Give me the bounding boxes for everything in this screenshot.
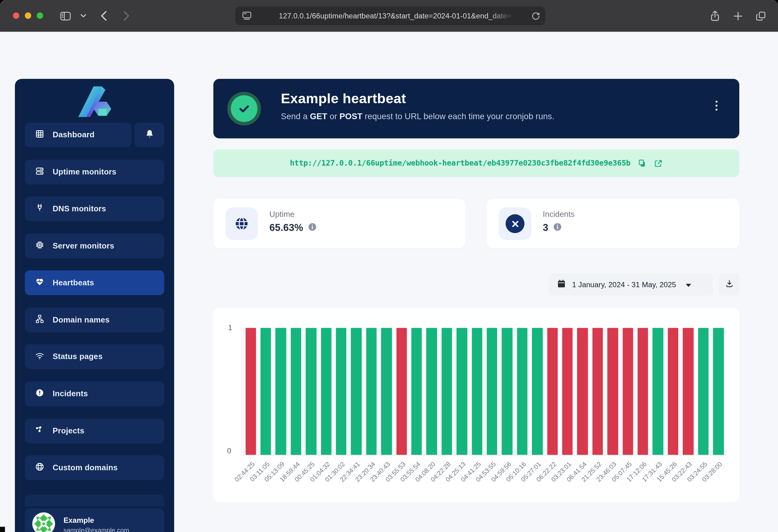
chart-bar[interactable] xyxy=(291,328,301,455)
chart-bar[interactable] xyxy=(698,328,709,455)
reload-button[interactable] xyxy=(531,11,540,20)
notifications-button[interactable] xyxy=(135,122,164,148)
new-tab-button[interactable] xyxy=(729,0,746,32)
open-external-button[interactable] xyxy=(653,159,663,168)
x-circle-stat-icon xyxy=(499,207,532,240)
sidebar-item-status-pages[interactable]: Status pages xyxy=(25,344,164,369)
chart-bar[interactable] xyxy=(366,328,377,455)
sidebar-item-dns-monitors[interactable]: DNS monitors xyxy=(25,196,164,221)
sidebar-item-domain-names[interactable]: Domain names xyxy=(25,307,164,332)
chart-bar[interactable] xyxy=(260,328,271,455)
sidebar-item-heartbeats[interactable]: Heartbeats xyxy=(25,270,164,295)
chart-bar[interactable] xyxy=(321,328,331,455)
info-icon[interactable] xyxy=(308,223,316,233)
chart-bar[interactable] xyxy=(653,328,664,455)
page-background: Dashboard Uptime monitors DNS monitors xyxy=(0,32,778,532)
uptime-label: Uptime xyxy=(269,210,295,219)
chart-bar[interactable] xyxy=(487,328,497,455)
y-axis-line xyxy=(241,328,242,455)
browser-window: 127.0.0.1/66uptime/heartbeat/13?&start_d… xyxy=(0,0,778,532)
sidebar-item-server-monitors[interactable]: Server monitors xyxy=(25,234,164,259)
chart-bar[interactable] xyxy=(683,328,694,455)
heart-pulse-icon xyxy=(35,277,45,289)
plus-icon xyxy=(733,11,743,21)
browser-toolbar: 127.0.0.1/66uptime/heartbeat/13?&start_d… xyxy=(0,0,778,32)
zoom-window-button[interactable] xyxy=(36,12,43,19)
globe-stat-icon xyxy=(225,207,258,240)
chart-bar[interactable] xyxy=(547,328,558,455)
user-menu[interactable]: Example sample@example.com xyxy=(25,508,164,532)
chart-bar[interactable] xyxy=(668,328,679,455)
y-axis-tick-min: 0 xyxy=(216,446,231,455)
incidents-stat-card: Incidents 3 xyxy=(487,199,739,249)
window-controls xyxy=(13,12,43,19)
chart-bar[interactable] xyxy=(442,328,452,455)
chart-bar[interactable] xyxy=(306,328,316,455)
chart-bar[interactable] xyxy=(517,328,528,455)
webhook-url[interactable]: http://127.0.0.1/66uptime/webhook-heartb… xyxy=(290,159,630,168)
sidebar-item-projects[interactable]: Projects xyxy=(25,419,164,444)
sidebar-item-partial[interactable] xyxy=(25,495,164,507)
check-icon xyxy=(231,95,257,122)
chart-bar[interactable] xyxy=(396,328,407,455)
uptime-value: 65.63% xyxy=(269,222,303,234)
sidebar-item-label: Uptime monitors xyxy=(53,168,116,177)
info-icon[interactable] xyxy=(553,223,562,233)
sidebar-item-label: Incidents xyxy=(53,389,88,398)
chart-bar[interactable] xyxy=(532,328,543,455)
date-range-picker[interactable]: 1 January, 2024 - 31 May, 2025 xyxy=(549,273,713,296)
chart-bar[interactable] xyxy=(577,328,588,455)
toggle-sidebar-button[interactable] xyxy=(57,0,74,32)
grid-icon xyxy=(35,129,45,141)
chart-bar[interactable] xyxy=(381,328,392,455)
minimize-window-button[interactable] xyxy=(25,12,31,19)
sidebar-menu-chevron[interactable] xyxy=(77,0,90,32)
share-button[interactable] xyxy=(706,0,723,32)
chart-bar[interactable] xyxy=(593,328,603,455)
sidebar-item-incidents[interactable]: Incidents xyxy=(25,381,164,407)
chart-bar[interactable] xyxy=(351,328,362,455)
nodes-icon xyxy=(35,425,45,437)
sidebar-item-label: Custom domains xyxy=(53,463,118,472)
more-options-button[interactable] xyxy=(713,99,719,112)
chart-bar[interactable] xyxy=(713,328,724,455)
user-name: Example xyxy=(64,516,129,524)
chart-bar[interactable] xyxy=(562,328,573,455)
chart-bar[interactable] xyxy=(623,328,633,455)
chart-bar[interactable] xyxy=(457,328,467,455)
incidents-label: Incidents xyxy=(543,210,574,219)
y-axis-tick-max: 1 xyxy=(217,324,232,332)
copy-button[interactable] xyxy=(638,159,646,168)
forward-button[interactable] xyxy=(118,0,135,32)
chart-bar[interactable] xyxy=(608,328,618,455)
address-bar[interactable]: 127.0.0.1/66uptime/heartbeat/13?&start_d… xyxy=(235,6,545,25)
chart-x-tick: 03:28:00 xyxy=(711,455,726,502)
sidebar-item-dashboard[interactable]: Dashboard xyxy=(25,122,132,148)
sidebar: Dashboard Uptime monitors DNS monitors xyxy=(15,79,174,532)
share-icon xyxy=(710,10,720,22)
sidebar-item-custom-domains[interactable]: Custom domains xyxy=(25,455,164,480)
download-icon xyxy=(724,279,733,290)
chart-bar[interactable] xyxy=(502,328,513,455)
chart-bar[interactable] xyxy=(472,328,482,455)
chart-bar[interactable] xyxy=(336,328,346,455)
user-email: sample@example.com xyxy=(64,526,129,532)
tab-overview-button[interactable] xyxy=(752,0,769,32)
back-button[interactable] xyxy=(95,0,112,32)
chart-bar[interactable] xyxy=(276,328,286,455)
sidebar-item-uptime-monitors[interactable]: Uptime monitors xyxy=(25,160,164,185)
chart-bar[interactable] xyxy=(426,328,437,455)
chart-bar[interactable] xyxy=(245,328,256,455)
close-window-button[interactable] xyxy=(13,12,19,19)
kebab-icon xyxy=(716,101,717,103)
chart-xlabels: 02:44:2503:11:0505:13:0918:59:4400:45:25… xyxy=(243,455,726,502)
tabs-icon xyxy=(756,11,766,21)
sidebar-item-label: Server monitors xyxy=(53,242,114,250)
incidents-value: 3 xyxy=(543,222,548,234)
webhook-url-banner: http://127.0.0.1/66uptime/webhook-heartb… xyxy=(213,149,739,177)
chart-bar[interactable] xyxy=(411,328,422,455)
screen: 127.0.0.1/66uptime/heartbeat/13?&start_d… xyxy=(0,0,778,532)
chart-bar[interactable] xyxy=(638,328,648,455)
sidebar-item-label: Heartbeats xyxy=(53,278,94,287)
download-report-button[interactable] xyxy=(719,273,739,296)
